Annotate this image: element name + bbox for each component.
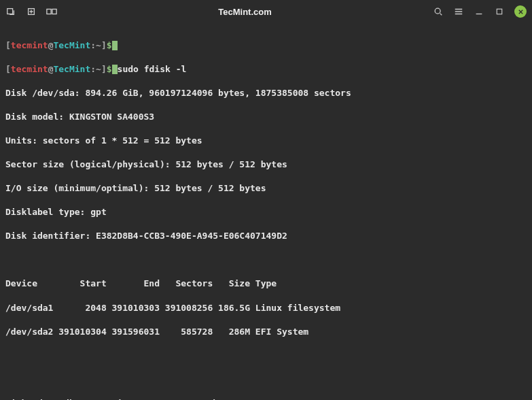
close-button[interactable] [514,5,527,18]
svg-rect-3 [52,9,56,14]
prompt-line-1: [tecmint@TecMint:~]$ [5,39,527,52]
new-window-icon[interactable] [26,6,37,17]
prompt-user: tecmint [11,40,48,50]
new-tab-icon[interactable] [5,6,16,17]
table-row: /dev/sda2 391010304 391596031 585728 286… [5,326,527,338]
disk-a-units: Units: sectors of 1 * 512 = 512 bytes [5,135,527,147]
cursor-icon [112,65,118,74]
disk-a-sector: Sector size (logical/physical): 512 byte… [5,159,527,171]
svg-point-4 [435,8,440,14]
table-row: /dev/sda1 2048 391010303 391008256 186.5… [5,302,527,314]
prompt-open: [ [5,40,11,50]
maximize-icon[interactable] [494,6,505,17]
blank-line [5,254,527,266]
prompt-close: ] [101,64,107,74]
menu-icon[interactable] [453,6,464,17]
window-titlebar: TecMint.com [0,0,532,23]
prompt-open: [ [5,64,11,74]
svg-rect-5 [497,9,502,14]
disk-a-label: Disklabel type: gpt [5,206,527,218]
prompt-line-2: [tecmint@TecMint:~]$sudo fdisk -l [5,63,527,76]
prompt-path: :~ [90,64,101,74]
blank-line [5,350,527,362]
prompt-user: tecmint [11,64,48,74]
prompt-host: TecMint [53,40,90,50]
disk-a-table-header: Device Start End Sectors Size Type [5,278,527,290]
command-text: sudo fdisk -l [118,64,187,74]
window-title: TecMint.com [57,7,433,17]
titlebar-right-controls [433,5,527,18]
prompt-host: TecMint [53,64,90,74]
cursor-icon [112,41,118,50]
disk-a-ident: Disk identifier: E382D8B4-CCB3-490E-A945… [5,230,527,242]
disk-a-io: I/O size (minimum/optimal): 512 bytes / … [5,182,527,195]
prompt-close: ] [101,40,107,50]
disk-a-model: Disk model: KINGSTON SA400S3 [5,111,527,123]
minimize-icon[interactable] [474,6,484,17]
search-icon[interactable] [433,6,444,17]
prompt-path: :~ [90,40,101,50]
prompt-dollar: $ [107,64,112,74]
disk-a-header: Disk /dev/sda: 894.26 GiB, 960197124096 … [5,87,527,99]
disk-b-header: Disk /dev/sdb: 1.84 TiB, 2000398934016 b… [5,397,527,400]
svg-rect-2 [47,9,51,14]
prompt-dollar: $ [107,40,112,50]
svg-rect-0 [7,9,13,14]
blank-line [5,373,527,386]
terminal-body[interactable]: [tecmint@TecMint:~]$ [tecmint@TecMint:~]… [0,23,532,400]
terminals-icon[interactable] [46,6,57,17]
titlebar-left-controls [5,6,57,17]
